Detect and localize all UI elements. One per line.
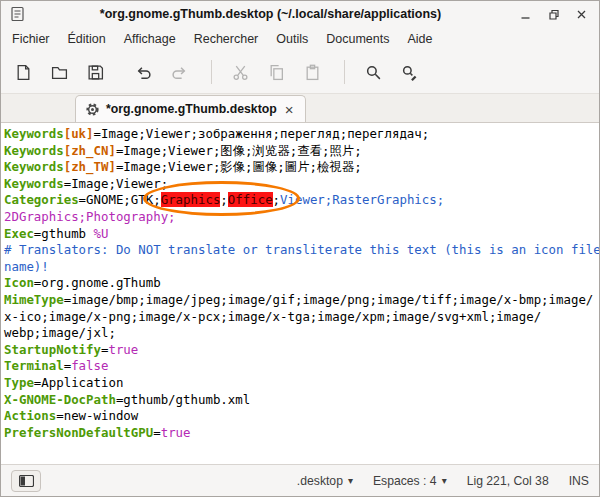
search-replace-icon[interactable] [393,57,425,87]
side-panel-toggle-icon[interactable] [11,470,41,492]
tab-width-selector[interactable]: Espaces : 4 ▾ [373,474,447,488]
menu-rechercher[interactable]: Rechercher [185,29,268,49]
editor-line: StartupNotify=true [4,342,599,359]
toolbar-separator [344,60,345,84]
minimize-icon[interactable] [515,4,535,24]
undo-icon[interactable] [127,57,159,87]
menu-outils[interactable]: Outils [267,29,317,49]
window-title: *org.gnome.gThumb.desktop (~/.local/shar… [26,7,515,21]
editor-line: PrefersNonDefaultGPU=true [4,425,599,442]
editor-line: Keywords[zh_TW]=Image;Viewer;影像;圖像;圖片;檢視… [4,159,599,176]
editor-line: webp;image/jxl; [4,325,599,342]
new-document-icon[interactable] [7,57,39,87]
insert-mode-toggle[interactable]: INS [569,474,589,488]
save-icon[interactable] [79,57,111,87]
editor-line: Icon=org.gnome.gThumb [4,275,599,292]
cursor-position: Lig 221, Col 38 [467,474,549,488]
gear-icon [85,102,100,117]
editor-line: X-GNOME-DocPath=gthumb/gthumb.xml [4,392,599,409]
statusbar: .desktop ▾ Espaces : 4 ▾ Lig 221, Col 38… [1,464,599,496]
tab-label: *org.gnome.gThumb.desktop [106,102,277,116]
editor-line: Actions=new-window [4,408,599,425]
window-controls [515,4,591,24]
copy-icon [260,57,292,87]
editor-line: name)! [4,259,599,276]
editor-line: Keywords[zh_CN]=Image;Viewer;图像;浏览器;查看;照… [4,143,599,160]
editor-line: Keywords[uk]=Image;Viewer;зображення;пер… [4,126,599,143]
menu-affichage[interactable]: Affichage [115,29,185,49]
close-icon[interactable] [571,4,591,24]
search-icon[interactable] [357,57,389,87]
cut-icon [224,57,256,87]
chevron-down-icon: ▾ [348,475,353,486]
menubar: Fichier Édition Affichage Rechercher Out… [1,27,599,51]
chevron-down-icon: ▾ [442,475,447,486]
titlebar: *org.gnome.gThumb.desktop (~/.local/shar… [1,1,599,27]
tab-desktop-file[interactable]: *org.gnome.gThumb.desktop × [75,95,306,122]
editor-line: Keywords=Image;Viewer; [4,176,599,193]
tab-strip: *org.gnome.gThumb.desktop × [1,93,599,123]
editor-line: Exec=gthumb %U [4,226,599,243]
editor-line: # Translators: Do NOT translate or trans… [4,242,599,259]
editor-line: 2DGraphics;Photography; [4,209,599,226]
menu-edition[interactable]: Édition [59,29,115,49]
editor-text-area[interactable]: Keywords[uk]=Image;Viewer;зображення;пер… [1,123,599,464]
menu-aide[interactable]: Aide [398,29,441,49]
editor-line: Categories=GNOME;GTK;Graphics;Office;Vie… [4,192,599,209]
editor-line: Terminal=false [4,358,599,375]
editor-line: Type=Application [4,375,599,392]
editor-line: x-ico;image/x-png;image/x-pcx;image/x-tg… [4,309,599,326]
filetype-selector[interactable]: .desktop ▾ [297,474,353,488]
restore-icon[interactable] [543,4,563,24]
menu-documents[interactable]: Documents [317,29,398,49]
toolbar [1,51,599,93]
editor-lines: Keywords[uk]=Image;Viewer;зображення;пер… [4,126,599,441]
menu-fichier[interactable]: Fichier [3,29,59,49]
editor-line: MimeType=image/bmp;image/jpeg;image/gif;… [4,292,599,309]
paste-icon [296,57,328,87]
open-folder-icon[interactable] [43,57,75,87]
tab-close-icon[interactable]: × [283,102,296,117]
toolbar-separator [211,60,212,84]
gedit-window: *org.gnome.gThumb.desktop (~/.local/shar… [0,0,600,497]
redo-icon [163,57,195,87]
app-document-icon[interactable] [10,6,26,22]
